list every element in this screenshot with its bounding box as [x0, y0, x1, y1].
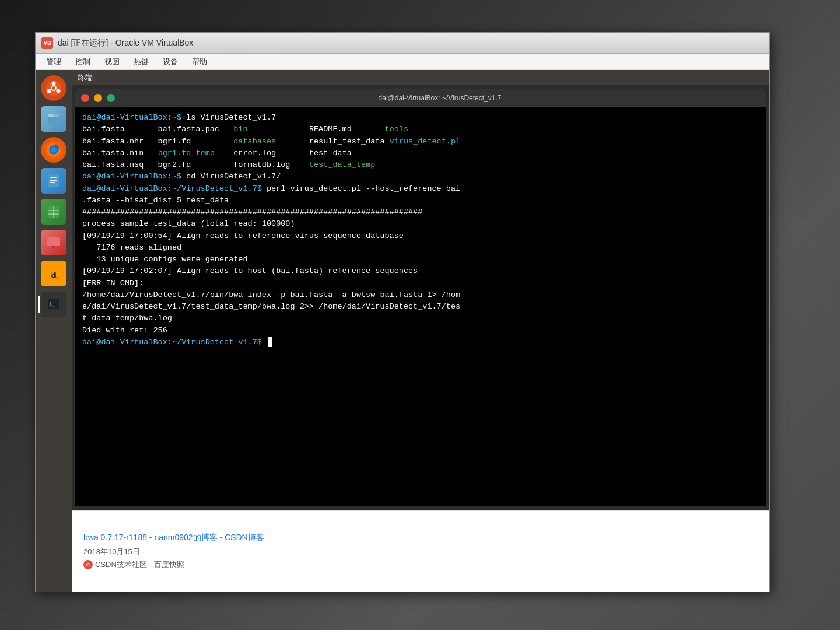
terminal-close-button[interactable]	[81, 94, 89, 102]
terminal-icon: $_	[41, 292, 66, 317]
ubuntu-topbar: 终端	[72, 70, 769, 85]
vbox-window-title: dai [正在运行] - Oracle VM VirtualBox	[58, 38, 764, 48]
sidebar-icon-amazon[interactable]: a	[39, 259, 68, 288]
virtualbox-window: VB dai [正在运行] - Oracle VM VirtualBox 管理 …	[35, 32, 770, 592]
vbox-menubar: 管理 控制 视图 热键 设备 帮助	[36, 54, 769, 70]
terminal-line-files1: bai.fasta bai.fasta.pac bin README.md to…	[82, 124, 759, 135]
terminal-line-process: process sample test_data (total read: 10…	[82, 218, 759, 230]
topbar-terminal-label: 终端	[78, 72, 93, 83]
menu-help[interactable]: 帮助	[186, 55, 213, 68]
svg-rect-18	[47, 237, 60, 246]
vm-content: a $_ 终端	[36, 70, 769, 592]
svg-rect-7	[48, 114, 54, 117]
terminal-titlebar: dai@dai-VirtualBox: ~/VirusDetect_v1.7	[75, 89, 766, 107]
terminal-title: dai@dai-VirtualBox: ~/VirusDetect_v1.7	[120, 94, 760, 102]
browser-search-result-link[interactable]: bwa 0.7.17-r1188 - nanm0902的博客 - CSDN博客	[83, 533, 758, 543]
sidebar-icon-calc[interactable]	[39, 197, 68, 226]
svg-point-3	[47, 89, 51, 93]
svg-text:$_: $_	[49, 302, 55, 307]
ubuntu-sidebar: a $_	[36, 70, 72, 592]
terminal-body[interactable]: dai@dai-VirtualBox:~$ ls VirusDetect_v1.…	[75, 107, 766, 506]
terminal-line-prompt-final: dai@dai-VirtualBox:~/VirusDetect_v1.7$	[82, 337, 759, 348]
terminal-line-died: Died with ret: 256	[82, 325, 759, 337]
sidebar-icon-firefox[interactable]	[39, 135, 68, 164]
files-icon	[41, 106, 66, 132]
terminal-line-perl: dai@dai-VirtualBox:~/VirusDetect_v1.7$ p…	[82, 183, 759, 195]
terminal-cursor	[268, 337, 272, 346]
terminal-line-perl2: .fasta --hisat_dist 5 test_data	[82, 195, 759, 206]
terminal-line-bwa3: t_data_temp/bwa.log	[82, 313, 759, 324]
browser-source-label: CSDN技术社区	[95, 559, 147, 570]
vbox-titlebar: VB dai [正在运行] - Oracle VM VirtualBox	[36, 33, 769, 54]
terminal-line-align2: [09/19/19 17:02:07] Align reads to host …	[82, 265, 759, 277]
ubuntu-desktop: 终端 dai@dai-VirtualBox: ~/VirusDetect_v1.…	[72, 70, 769, 592]
terminal-line-files2: bai.fasta.nhr bgr1.fq databases result_t…	[82, 136, 759, 148]
menu-view[interactable]: 视图	[99, 55, 125, 68]
menu-devices[interactable]: 设备	[157, 55, 184, 68]
terminal-minimize-button[interactable]	[94, 94, 102, 102]
vbox-app-icon: VB	[41, 37, 53, 49]
sidebar-icon-files[interactable]	[39, 104, 68, 134]
terminal-line-err: [ERR IN CMD]:	[82, 278, 759, 289]
terminal-line-ls: dai@dai-VirtualBox:~$ ls VirusDetect_v1.…	[82, 112, 759, 124]
sidebar-icon-terminal[interactable]: $_	[39, 290, 68, 319]
terminal-maximize-button[interactable]	[107, 94, 115, 102]
menu-control[interactable]: 控制	[69, 55, 96, 68]
browser-area: bwa 0.7.17-r1188 - nanm0902的博客 - CSDN博客 …	[72, 510, 769, 592]
terminal-line-bwa2: e/dai/VirusDetect_v1.7/test_data_temp/bw…	[82, 301, 759, 313]
terminal-line-contigs: 13 unique contigs were generated	[82, 254, 759, 265]
svg-point-2	[57, 89, 61, 93]
impress-icon	[41, 230, 66, 256]
firefox-icon	[41, 137, 66, 163]
svg-rect-12	[50, 180, 57, 181]
svg-rect-6	[48, 117, 60, 124]
csdn-icon: C	[83, 560, 93, 569]
terminal-line-files3: bai.fasta.nin bgr1.fq_temp error.log tes…	[82, 148, 759, 159]
sidebar-icon-ubuntu[interactable]	[39, 74, 68, 103]
terminal-line-bwa1: /home/dai/VirusDetect_v1.7/bin/bwa index…	[82, 289, 759, 301]
sidebar-icon-writer[interactable]	[39, 166, 68, 195]
svg-point-9	[51, 147, 57, 153]
svg-rect-11	[50, 177, 57, 178]
calc-icon	[41, 199, 66, 225]
terminal-line-hashes: ########################################…	[82, 206, 759, 218]
terminal-window[interactable]: dai@dai-VirtualBox: ~/VirusDetect_v1.7 d…	[75, 89, 766, 506]
menu-hotkey[interactable]: 热键	[128, 55, 155, 68]
svg-marker-19	[52, 246, 55, 249]
browser-result-source: C CSDN技术社区 - 百度快照	[83, 559, 758, 570]
terminal-line-align1: [09/19/19 17:00:54] Align reads to refer…	[82, 230, 759, 242]
writer-icon	[41, 168, 66, 194]
terminal-line-cd: dai@dai-VirtualBox:~$ cd VirusDetect_v1.…	[82, 171, 759, 183]
terminal-line-reads: 7176 reads aligned	[82, 242, 759, 254]
sidebar-icon-impress[interactable]	[39, 228, 68, 257]
amazon-icon: a	[41, 261, 66, 286]
browser-result-date: 2018年10月15日 -	[83, 547, 758, 557]
svg-point-1	[52, 82, 56, 86]
menu-manage[interactable]: 管理	[40, 55, 67, 68]
ubuntu-logo-icon	[41, 75, 66, 101]
browser-source-suffix: - 百度快照	[149, 559, 184, 570]
svg-rect-13	[50, 182, 55, 183]
terminal-line-files4: bai.fasta.nsq bgr2.fq formatdb.log test_…	[82, 159, 759, 171]
